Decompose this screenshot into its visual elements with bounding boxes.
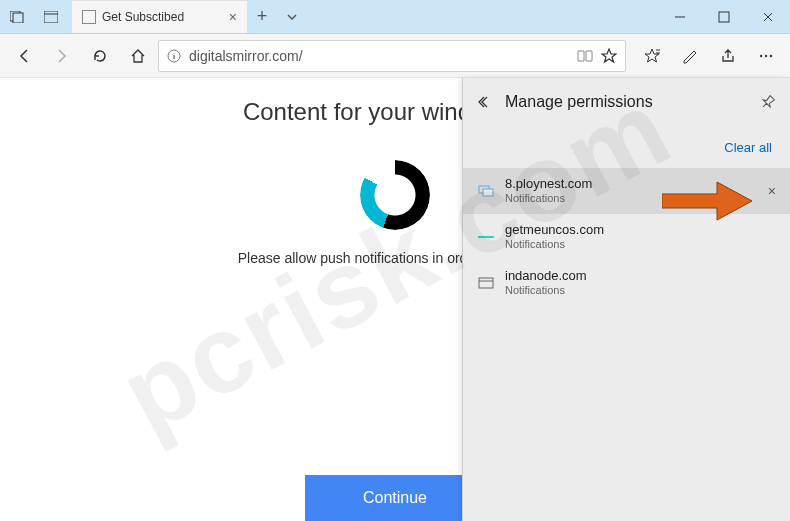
loading-spinner-icon xyxy=(360,160,430,230)
permission-subtitle: Notifications xyxy=(505,284,587,297)
pin-icon[interactable] xyxy=(760,94,776,110)
svg-point-13 xyxy=(760,54,762,56)
permission-subtitle: Notifications xyxy=(505,238,604,251)
toolbar xyxy=(0,34,790,78)
site-info-icon[interactable] xyxy=(167,49,181,63)
site-icon xyxy=(477,274,495,292)
permission-domain: indanode.com xyxy=(505,269,587,284)
titlebar: Get Subsctibed × + xyxy=(0,0,790,34)
show-tabs-button[interactable] xyxy=(34,0,68,33)
favorites-list-button[interactable] xyxy=(634,38,670,74)
site-icon xyxy=(477,228,495,246)
svg-rect-19 xyxy=(479,278,493,288)
permission-item[interactable]: indanode.com Notifications xyxy=(463,260,790,306)
permission-item[interactable]: getmeuncos.com Notifications xyxy=(463,214,790,260)
new-tab-button[interactable]: + xyxy=(247,0,277,33)
more-button[interactable] xyxy=(748,38,784,74)
refresh-button[interactable] xyxy=(82,38,118,74)
svg-point-14 xyxy=(765,54,767,56)
favorite-icon[interactable] xyxy=(601,48,617,64)
remove-permission-button[interactable]: × xyxy=(768,183,776,199)
forward-button[interactable] xyxy=(44,38,80,74)
set-aside-tabs-button[interactable] xyxy=(0,0,34,33)
address-bar[interactable] xyxy=(158,40,626,72)
panel-subheader: Clear all xyxy=(463,126,790,168)
panel-title: Manage permissions xyxy=(505,93,748,111)
svg-rect-5 xyxy=(719,12,729,22)
notes-button[interactable] xyxy=(672,38,708,74)
home-button[interactable] xyxy=(120,38,156,74)
tab-title: Get Subsctibed xyxy=(102,10,223,24)
browser-tab[interactable]: Get Subsctibed × xyxy=(72,0,247,33)
svg-rect-18 xyxy=(478,236,494,238)
panel-header: Manage permissions xyxy=(463,78,790,126)
permission-subtitle: Notifications xyxy=(505,192,592,205)
tab-actions xyxy=(0,0,68,33)
continue-button[interactable]: Continue xyxy=(305,475,485,521)
permissions-panel: Manage permissions Clear all 8.ploynest.… xyxy=(462,78,790,521)
svg-point-15 xyxy=(770,54,772,56)
page-icon xyxy=(82,10,96,24)
minimize-button[interactable] xyxy=(658,0,702,33)
url-input[interactable] xyxy=(189,48,569,64)
close-tab-button[interactable]: × xyxy=(229,9,237,25)
share-button[interactable] xyxy=(710,38,746,74)
svg-rect-17 xyxy=(483,189,493,196)
maximize-button[interactable] xyxy=(702,0,746,33)
close-window-button[interactable] xyxy=(746,0,790,33)
back-button[interactable] xyxy=(6,38,42,74)
window-controls xyxy=(658,0,790,33)
reading-view-icon[interactable] xyxy=(577,49,593,63)
panel-back-button[interactable] xyxy=(477,94,493,110)
permission-item[interactable]: 8.ploynest.com Notifications × xyxy=(463,168,790,214)
permissions-list: 8.ploynest.com Notifications × getmeunco… xyxy=(463,168,790,306)
clear-all-link[interactable]: Clear all xyxy=(724,140,772,155)
permission-domain: getmeuncos.com xyxy=(505,223,604,238)
svg-rect-2 xyxy=(44,11,58,23)
site-icon xyxy=(477,182,495,200)
svg-rect-1 xyxy=(13,13,23,23)
permission-domain: 8.ploynest.com xyxy=(505,177,592,192)
tab-dropdown-button[interactable] xyxy=(277,0,307,33)
